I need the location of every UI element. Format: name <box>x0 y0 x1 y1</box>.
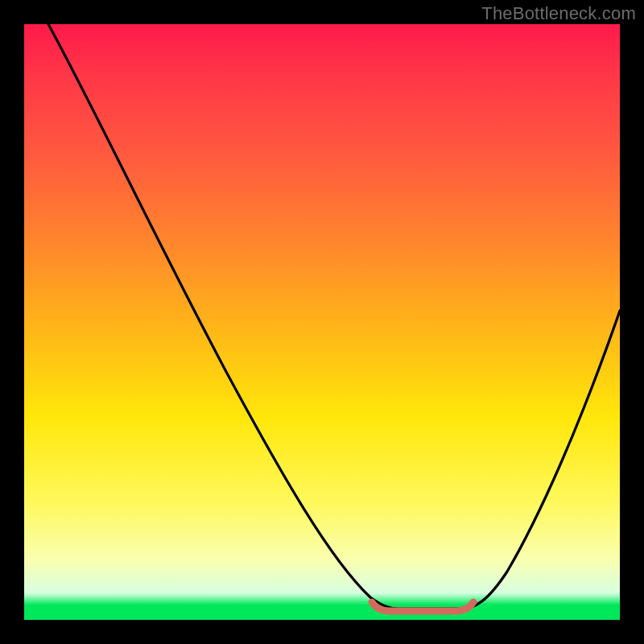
watermark-text: TheBottleneck.com <box>481 3 636 24</box>
plot-area <box>24 24 620 620</box>
curve-path <box>48 24 620 609</box>
chart-frame: TheBottleneck.com <box>0 0 644 644</box>
bottleneck-curve <box>24 24 620 620</box>
